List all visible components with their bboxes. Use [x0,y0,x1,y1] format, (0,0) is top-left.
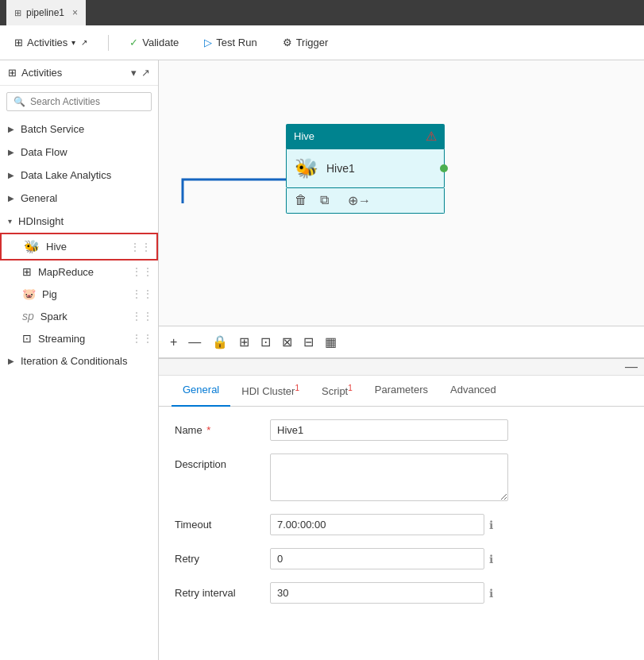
spark-drag-handle-icon: ⋮⋮ [131,310,153,322]
hive-node-icon: 🐝 [295,157,318,179]
streaming-drag-handle-icon: ⋮⋮ [131,332,153,345]
sidebar-activities-icon: ⊞ [8,67,17,79]
sidebar-item-hdinsight[interactable]: ▾ HDInsight [0,210,158,233]
tab-hdi-cluster[interactable]: HDI Cluster1 [230,376,310,407]
sidebar-title-area: ⊞ Activities [8,67,62,79]
retry-interval-input-group: ℹ [270,582,628,604]
data-lake-chevron-icon: ▶ [8,171,14,179]
activities-add-icon: ↗ [81,38,87,47]
delete-node-icon[interactable]: 🗑 [295,193,307,208]
hdinsight-label: HDInsight [18,215,64,227]
hive-label: Hive [46,241,67,253]
description-field-row: Description [175,454,628,501]
streaming-icon: ⊡ [22,332,32,345]
retry-field-row: Retry ℹ [175,548,628,569]
select-icon[interactable]: ⊡ [259,333,272,351]
retry-label: Retry [175,548,270,565]
general-label: General [21,192,57,204]
main-area: ⊞ Activities ▾ ↗ 🔍 ▶ Batch Service ▶ Dat… [0,60,644,660]
collapse-button[interactable]: — [625,361,638,373]
tab-bar: ⊞ pipeline1 × [0,0,644,25]
grid-icon[interactable]: ▦ [323,333,338,351]
trigger-label: Trigger [296,37,329,48]
timeout-input[interactable] [270,514,484,535]
retry-interval-info-icon[interactable]: ℹ [489,587,493,600]
sidebar: ⊞ Activities ▾ ↗ 🔍 ▶ Batch Service ▶ Dat… [0,60,159,660]
success-dot [440,164,448,172]
tab-script[interactable]: Script1 [310,376,364,407]
hive-drag-handle-icon: ⋮⋮ [129,241,152,253]
tab-parameters[interactable]: Parameters [364,376,439,407]
sidebar-subitem-mapreduce[interactable]: ⊞ MapReduce ⋮⋮ [0,261,158,283]
properties-content: Name * Description Timeout [159,407,644,644]
hive-canvas-node[interactable]: Hive ⚠ 🐝 Hive1 🗑 ⧉ ⊕→ [286,124,445,214]
pig-drag-handle-icon: ⋮⋮ [131,288,153,300]
retry-input-group: ℹ [270,548,628,569]
tab-general[interactable]: General [172,376,230,407]
sidebar-item-batch-service[interactable]: ▶ Batch Service [0,118,158,141]
validate-button[interactable]: ✓ Validate [125,33,183,52]
sidebar-pin-icon[interactable]: ↗ [141,67,150,79]
sidebar-collapse-icon[interactable]: ▾ [131,67,137,79]
trigger-button[interactable]: ⚙ Trigger [278,33,334,52]
name-label: Name * [175,419,270,436]
activities-expand-icon: ▾ [71,38,75,47]
sidebar-subitem-streaming[interactable]: ⊡ Streaming ⋮⋮ [0,327,158,349]
streaming-label: Streaming [38,333,85,345]
batch-chevron-icon: ▶ [8,125,14,133]
data-flow-label: Data Flow [21,146,67,158]
activities-icon: ⊞ [14,37,23,48]
toolbar-divider-1 [108,35,109,51]
timeout-info-icon[interactable]: ℹ [489,519,493,531]
zoom-in-icon[interactable]: + [168,334,179,351]
sidebar-title: Activities [21,67,62,79]
arrange-icon[interactable]: ⊠ [280,333,294,351]
description-input[interactable] [270,454,508,501]
search-box[interactable]: 🔍 [6,92,152,111]
search-input[interactable] [30,96,145,107]
properties-panel: — General HDI Cluster1 Script1 Parameter… [159,358,644,660]
name-input[interactable] [270,419,508,441]
pipeline-tab[interactable]: ⊞ pipeline1 × [6,0,86,25]
lock-icon[interactable]: 🔒 [210,333,229,351]
retry-interval-field-row: Retry interval ℹ [175,582,628,604]
activities-button[interactable]: ⊞ Activities ▾ ↗ [10,33,92,52]
canvas[interactable]: Hive ⚠ 🐝 Hive1 🗑 ⧉ ⊕→ [159,60,644,326]
retry-interval-input[interactable] [270,582,484,604]
validate-label: Validate [142,37,179,48]
search-icon: 🔍 [13,96,25,107]
timeout-field-row: Timeout ℹ [175,514,628,535]
add-output-icon[interactable]: ⊕→ [348,193,371,208]
sidebar-subitem-spark[interactable]: sp Spark ⋮⋮ [0,305,158,327]
batch-service-label: Batch Service [21,123,84,135]
zoom-out-icon[interactable]: — [187,334,202,351]
iteration-label: Iteration & Conditionals [21,355,127,367]
tab-advanced[interactable]: Advanced [439,376,507,407]
warning-icon: ⚠ [426,129,437,144]
spark-label: Spark [40,311,67,322]
canvas-area: Hive ⚠ 🐝 Hive1 🗑 ⧉ ⊕→ + — 🔒 ⊞ [159,60,644,660]
test-run-button[interactable]: ▷ Test Run [199,33,261,52]
tab-label: pipeline1 [26,7,64,18]
timeout-input-group: ℹ [270,514,628,535]
iteration-chevron-icon: ▶ [8,357,14,365]
sidebar-item-data-lake[interactable]: ▶ Data Lake Analytics [0,164,158,187]
sidebar-subitem-hive[interactable]: 🐝 Hive ⋮⋮ [0,233,158,261]
pig-label: Pig [42,288,57,300]
sidebar-item-general[interactable]: ▶ General [0,187,158,210]
sidebar-item-data-flow[interactable]: ▶ Data Flow [0,141,158,164]
mapreduce-drag-handle-icon: ⋮⋮ [131,265,153,278]
tab-close-icon[interactable]: × [72,7,78,18]
retry-input[interactable] [270,548,484,569]
sidebar-header-icons: ▾ ↗ [131,67,150,79]
hive-node-body: 🐝 Hive1 [286,149,445,188]
retry-info-icon[interactable]: ℹ [489,553,493,565]
data-lake-label: Data Lake Analytics [21,169,111,181]
clone-node-icon[interactable]: ⧉ [320,193,329,208]
fit-icon[interactable]: ⊞ [237,333,251,351]
sidebar-item-iteration[interactable]: ▶ Iteration & Conditionals [0,349,158,372]
layout-icon[interactable]: ⊟ [302,333,315,351]
sidebar-subitem-pig[interactable]: 🐷 Pig ⋮⋮ [0,283,158,305]
test-run-label: Test Run [216,37,256,48]
mapreduce-label: MapReduce [38,266,94,278]
